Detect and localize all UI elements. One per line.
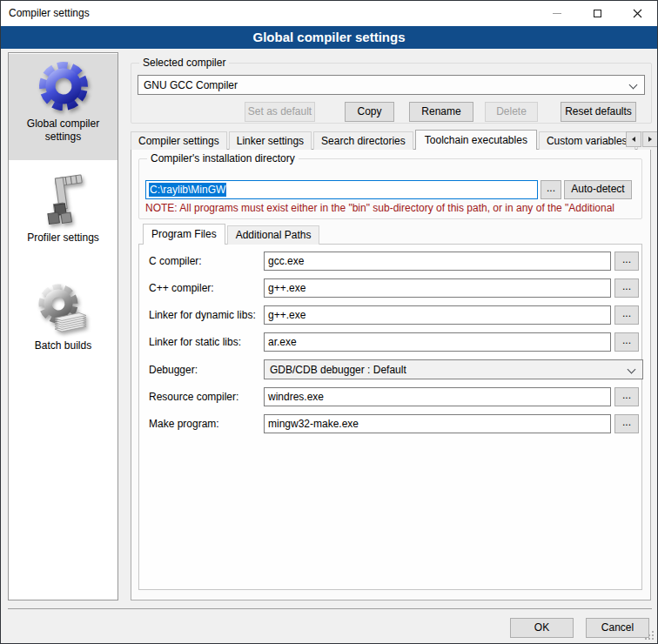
arrow-left-icon	[632, 137, 635, 142]
installation-directory-input[interactable]: C:\raylib\MinGW	[145, 180, 538, 199]
static-linker-input[interactable]: ar.exe	[264, 332, 611, 352]
arrow-right-icon	[648, 137, 652, 142]
tab-scroll-buttons	[626, 131, 658, 147]
tab-search-directories[interactable]: Search directories	[313, 131, 413, 150]
sidebar-item-global-compiler-settings[interactable]: Global compiler settings	[9, 54, 118, 160]
settings-category-list: Global compiler settings	[8, 52, 118, 600]
tab-scroll-right-button[interactable]	[642, 131, 658, 147]
main-tab-strip: Compiler settings Linker settings Search…	[131, 130, 658, 150]
tab-scroll-left-button[interactable]	[626, 131, 641, 147]
program-files-tab-strip: Program Files Additional Paths	[143, 224, 321, 245]
make-program-input[interactable]: mingw32-make.exe	[264, 414, 611, 433]
make-program-browse-button[interactable]: ...	[614, 414, 639, 433]
resource-compiler-input[interactable]: windres.exe	[264, 387, 611, 406]
title-bar[interactable]: Compiler settings	[1, 1, 657, 26]
gear-blue-icon	[36, 59, 91, 115]
tab-linker-settings[interactable]: Linker settings	[229, 131, 312, 150]
tab-compiler-settings[interactable]: Compiler settings	[131, 131, 227, 150]
delete-button[interactable]: Delete	[485, 102, 538, 122]
close-icon	[633, 9, 642, 18]
dynamic-linker-browse-button[interactable]: ...	[614, 305, 639, 325]
chevron-down-icon	[628, 366, 636, 374]
cpp-compiler-label: C++ compiler:	[149, 278, 263, 298]
caliper-icon	[36, 173, 91, 229]
set-as-default-button[interactable]: Set as default	[245, 102, 315, 122]
sidebar-item-label: Global compiler settings	[9, 117, 118, 144]
c-compiler-label: C compiler:	[149, 252, 263, 271]
compiler-select-value: GNU GCC Compiler	[144, 79, 238, 91]
sidebar-item-profiler-settings[interactable]: Profiler settings	[9, 168, 118, 265]
debugger-label: Debugger:	[149, 360, 263, 379]
copy-button[interactable]: Copy	[345, 102, 394, 122]
static-linker-browse-button[interactable]: ...	[614, 332, 639, 352]
resize-grip[interactable]	[645, 631, 655, 641]
make-program-label: Make program:	[149, 414, 263, 433]
selected-compiler-group-label: Selected compiler	[139, 57, 229, 69]
auto-detect-button[interactable]: Auto-detect	[564, 180, 632, 199]
tab-program-files[interactable]: Program Files	[143, 224, 225, 245]
sidebar-item-label: Batch builds	[9, 339, 118, 352]
c-compiler-browse-button[interactable]: ...	[614, 252, 639, 271]
installation-directory-group-label: Compiler's installation directory	[147, 152, 299, 164]
window-title: Compiler settings	[9, 1, 90, 26]
dynamic-linker-label: Linker for dynamic libs:	[149, 305, 263, 325]
tab-toolchain-executables[interactable]: Toolchain executables	[415, 130, 537, 150]
maximize-icon	[594, 10, 601, 17]
static-linker-label: Linker for static libs:	[149, 332, 263, 352]
cpp-compiler-input[interactable]: g++.exe	[264, 278, 611, 298]
tab-additional-paths[interactable]: Additional Paths	[227, 225, 320, 245]
minimize-button[interactable]	[537, 1, 577, 26]
caption-buttons	[537, 1, 657, 26]
cancel-button[interactable]: Cancel	[586, 618, 649, 638]
page-title: Global compiler settings	[1, 26, 657, 49]
tab-custom-variables[interactable]: Custom variables	[539, 131, 635, 150]
compiler-select[interactable]: GNU GCC Compiler	[138, 75, 645, 95]
resource-compiler-browse-button[interactable]: ...	[614, 387, 639, 406]
browse-directory-button[interactable]: ...	[540, 180, 561, 199]
minimize-icon	[553, 13, 561, 14]
resource-compiler-label: Resource compiler:	[149, 387, 263, 406]
debugger-select-value: GDB/CDB debugger : Default	[270, 364, 406, 376]
installation-directory-selected-text: C:\raylib\MinGW	[149, 183, 226, 197]
chevron-down-icon	[629, 81, 638, 90]
close-button[interactable]	[617, 1, 657, 26]
maximize-button[interactable]	[577, 1, 617, 26]
installation-note-text: NOTE: All programs must exist either in …	[145, 202, 638, 215]
cpp-compiler-browse-button[interactable]: ...	[614, 278, 639, 298]
c-compiler-input[interactable]: gcc.exe	[264, 252, 611, 271]
rename-button[interactable]: Rename	[409, 102, 473, 122]
debugger-select[interactable]: GDB/CDB debugger : Default	[264, 359, 643, 379]
reset-defaults-button[interactable]: Reset defaults	[561, 102, 636, 122]
gear-stack-icon	[36, 281, 91, 337]
footer-separator	[8, 608, 652, 609]
sidebar-item-batch-builds[interactable]: Batch builds	[9, 276, 118, 379]
sidebar-item-label: Profiler settings	[9, 231, 118, 245]
compiler-settings-window: Compiler settings Global compiler settin…	[0, 0, 658, 644]
dynamic-linker-input[interactable]: g++.exe	[264, 305, 611, 325]
ok-button[interactable]: OK	[510, 618, 574, 638]
